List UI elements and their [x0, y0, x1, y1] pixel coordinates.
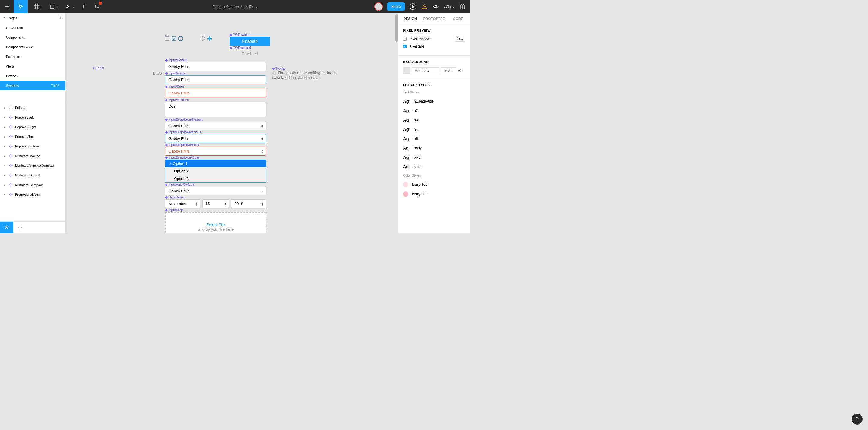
- radio-unchecked[interactable]: [201, 36, 205, 41]
- button-enabled[interactable]: Enabled: [230, 37, 270, 46]
- dropdown-focus[interactable]: Gabby Frills▴▾: [165, 134, 266, 143]
- text-style-item[interactable]: Agh4: [403, 124, 465, 134]
- dropdown-option[interactable]: Option 1: [165, 160, 266, 167]
- dropdown-option[interactable]: Option 2: [165, 167, 266, 175]
- comment-tool[interactable]: [90, 0, 104, 13]
- tab-prototype[interactable]: PROTOTYPE: [422, 13, 446, 24]
- pixel-grid-checkbox[interactable]: ✓: [403, 45, 407, 48]
- select-file-link[interactable]: Select File: [207, 223, 225, 227]
- file-drop-zone[interactable]: Select File or drop your file here: [165, 212, 266, 233]
- pen-tool[interactable]: [61, 0, 75, 13]
- page-item[interactable]: Alerts: [0, 61, 65, 71]
- checkbox-focus[interactable]: [179, 36, 183, 41]
- layer-item[interactable]: ▸Popover/Right: [0, 122, 65, 132]
- text-style-item[interactable]: Agsmall: [403, 162, 465, 171]
- menu-button[interactable]: [0, 0, 14, 13]
- date-day[interactable]: 15▴▾: [202, 199, 229, 208]
- frame-label[interactable]: ◆ InputDropdown/Open: [165, 155, 270, 160]
- chevron-down-icon[interactable]: ⌄: [255, 5, 257, 8]
- pixel-preview-scale[interactable]: 1x ⌄: [455, 36, 465, 41]
- zoom-level[interactable]: 77% ⌄: [444, 4, 455, 9]
- warning-icon[interactable]: [421, 3, 428, 10]
- layer-item[interactable]: ▸Multicard/InactiveCompact: [0, 161, 65, 170]
- date-month[interactable]: November▴▾: [165, 199, 200, 208]
- layer-item[interactable]: ▸Pointer: [0, 103, 65, 113]
- frame-tool[interactable]: [30, 0, 43, 13]
- text-style-item[interactable]: Agh2: [403, 106, 465, 115]
- share-button[interactable]: Share: [387, 2, 405, 11]
- frame-label[interactable]: ◆ Input/Default: [165, 58, 270, 62]
- visibility-toggle-icon[interactable]: [458, 68, 463, 74]
- frame-label[interactable]: ◆ InputDrop: [165, 208, 270, 212]
- color-style-item[interactable]: berry-100: [403, 180, 465, 190]
- page-item[interactable]: Get Started: [0, 23, 65, 33]
- background-opacity-input[interactable]: [441, 67, 456, 75]
- text-tool[interactable]: T: [76, 0, 90, 13]
- layer-item[interactable]: ▸Promotional Alert: [0, 190, 65, 199]
- breadcrumb[interactable]: Design System / UI Kit ⌄: [213, 4, 258, 9]
- frame-label[interactable]: ◆ InputAuto/Default: [165, 183, 270, 187]
- frame-label[interactable]: ◆ Tooltip: [272, 67, 338, 70]
- page-item[interactable]: Components – V2: [0, 42, 65, 52]
- text-style-item[interactable]: Agbold: [403, 152, 465, 162]
- input-autocomplete[interactable]: Gabby Frills▾: [165, 187, 266, 195]
- frame-label[interactable]: ◆ InputDropdown/Default: [165, 118, 270, 121]
- layer-item[interactable]: ▸Popover/Top: [0, 132, 65, 141]
- color-style-item[interactable]: berry-200: [403, 190, 465, 199]
- date-year[interactable]: 2018▴▾: [231, 199, 267, 208]
- scrollbar-vertical[interactable]: [396, 15, 398, 41]
- shape-tool[interactable]: [45, 0, 59, 13]
- layer-item[interactable]: ▸Multicard/Compact: [0, 180, 65, 190]
- text-style-item[interactable]: Agh3: [403, 115, 465, 124]
- view-icon[interactable]: [432, 3, 439, 10]
- tab-design[interactable]: DESIGN: [398, 13, 422, 24]
- frame-label[interactable]: ◆ Input/Multiline: [165, 98, 270, 102]
- frame-label[interactable]: Label: [93, 66, 104, 70]
- text-style-item[interactable]: Agbody: [403, 143, 465, 152]
- present-button[interactable]: [409, 3, 416, 10]
- input-focus[interactable]: Gabby Frills: [165, 76, 266, 84]
- frame-label[interactable]: ◆ TS/Enabled: [230, 33, 270, 37]
- text-style-item[interactable]: Agh1.page-title: [403, 96, 465, 106]
- dropdown-option[interactable]: Option 3: [165, 175, 266, 182]
- frame-label[interactable]: ◆ Input/Focus: [165, 71, 270, 76]
- dropdown-open[interactable]: Option 1 Option 2 Option 3: [165, 160, 266, 183]
- move-tool[interactable]: [14, 0, 28, 13]
- page-item-selected[interactable]: Symbols 7 of 7: [0, 81, 65, 90]
- frame-label[interactable]: ◆ InputDropdown/Focus: [165, 130, 270, 134]
- layer-item[interactable]: ▸Multicard/Inactive: [0, 151, 65, 161]
- layers-tab[interactable]: [0, 222, 13, 234]
- text-style-item[interactable]: Agh5: [403, 134, 465, 143]
- tab-code[interactable]: CODE: [446, 13, 470, 24]
- dropdown-default[interactable]: Gabby Frills▴▾: [165, 121, 266, 130]
- checkbox-checked[interactable]: ✓: [172, 36, 176, 41]
- canvas[interactable]: Label Label ◆ Tooltip iThe length of the…: [66, 13, 398, 233]
- layer-item[interactable]: ▸Multicard/Default: [0, 170, 65, 180]
- background-swatch[interactable]: [403, 67, 410, 75]
- frame-label[interactable]: ◆ TS/Disabled: [230, 46, 270, 50]
- radio-checked[interactable]: [207, 36, 212, 41]
- page-item[interactable]: Components: [0, 33, 65, 42]
- background-hex-input[interactable]: [412, 67, 439, 75]
- input-error[interactable]: Gabby Frills: [165, 89, 266, 97]
- layer-item[interactable]: ▸Popover/Left: [0, 113, 65, 122]
- color-swatch-icon: [403, 192, 408, 197]
- page-item[interactable]: Devices: [0, 71, 65, 81]
- checkbox-unchecked[interactable]: [165, 36, 169, 41]
- add-page-button[interactable]: +: [59, 15, 62, 21]
- library-icon[interactable]: [459, 3, 466, 10]
- pixel-preview-checkbox[interactable]: [403, 37, 407, 41]
- frame-label[interactable]: ◆ DateSelect: [165, 195, 270, 199]
- frame-label[interactable]: ◆ Input/Error: [165, 85, 270, 89]
- input-multiline[interactable]: Doe: [165, 102, 266, 117]
- svg-rect-14: [9, 106, 12, 109]
- input-default[interactable]: Gabby Frills: [165, 62, 266, 71]
- assets-tab[interactable]: [13, 222, 27, 234]
- avatar[interactable]: [374, 2, 383, 11]
- page-item[interactable]: Examples: [0, 52, 65, 61]
- pages-header[interactable]: ▼ Pages +: [0, 13, 65, 23]
- layer-item[interactable]: ▸Popover/Bottom: [0, 141, 65, 151]
- svg-point-15: [460, 70, 461, 71]
- dropdown-error[interactable]: Gabby Frills▴▾: [165, 147, 266, 155]
- frame-label[interactable]: ◆ InputDropdown/Error: [165, 143, 270, 147]
